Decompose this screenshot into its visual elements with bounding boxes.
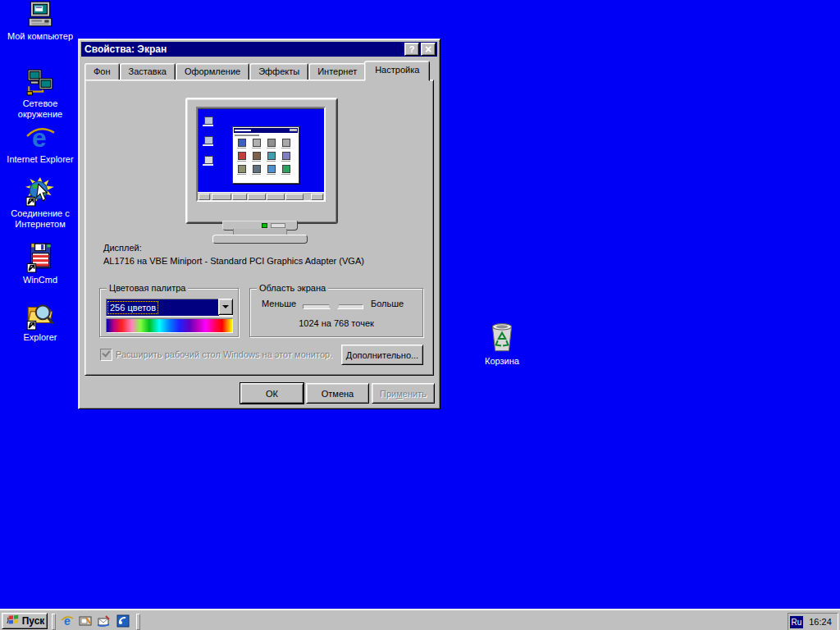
ok-button[interactable]: ОК [240,383,304,404]
advanced-button[interactable]: Дополнительно... [341,345,423,365]
tab-appearance[interactable]: Оформление [176,63,249,80]
start-button[interactable]: Пуск [2,613,48,629]
toolbar-grip[interactable] [136,614,140,630]
wincmd-icon [2,242,79,273]
desktop: Мой компьютер Сетевое окружение e Intern… [0,0,840,630]
internet-explorer-icon: e [2,123,79,153]
monitor-preview-taskbar [198,192,324,200]
cancel-button[interactable]: Отмена [306,383,369,404]
color-palette-combobox[interactable]: 256 цветов [106,299,233,317]
desktop-icon-explorer[interactable]: Explorer [2,299,79,343]
combobox-selected-value: 256 цветов [107,299,219,316]
monitor-power-led [262,223,267,228]
my-computer-icon [2,0,79,30]
desktop-icon-connect-internet[interactable]: Соединение с Интернетом [2,177,79,230]
quicklaunch-show-desktop[interactable] [79,614,92,628]
recycle-bin-icon [466,322,538,354]
help-icon: ? [409,44,415,54]
quicklaunch-outlook-express[interactable] [97,614,110,628]
slider-more-label: Больше [371,299,404,308]
desktop-icon-label: Internet Explorer [2,154,79,165]
help-button[interactable]: ? [404,43,419,56]
desktop-icon-label: Мой компьютер [2,31,79,42]
desktop-icon-label: Соединение с Интернетом [2,208,79,230]
tab-settings[interactable]: Настройка [364,61,430,81]
quicklaunch-internet-explorer[interactable]: e [61,614,74,628]
apply-button: Применить [372,383,435,404]
close-icon: × [425,44,431,54]
color-palette-preview-strip [106,318,233,333]
explorer-icon [2,299,79,331]
dialog-title: Свойства: Экран [81,43,167,55]
taskbar-clock[interactable]: 16:24 [803,617,838,627]
desktop-icon-label: Корзина [466,356,538,367]
display-adapter-value: AL1716 на VBE Miniport - Standard PCI Gr… [103,256,364,266]
monitor-preview-window [232,126,299,184]
screen-area-group: Область экрана Меньше Больше 1024 на 768… [249,288,423,337]
internet-explorer-icon: e [61,619,74,629]
tab-screensaver[interactable]: Заставка [120,63,176,80]
extend-desktop-label: Расширить рабочий стол Windows на этот м… [116,349,332,359]
close-button[interactable]: × [421,43,436,56]
monitor-preview [185,98,338,224]
tab-web[interactable]: Интернет [308,63,366,80]
windows-logo-icon [7,614,20,628]
desktop-icon-wincmd[interactable]: WinCmd [2,242,79,285]
desktop-icon-internet-explorer[interactable]: e Internet Explorer [2,123,79,165]
quicklaunch-view-channels[interactable] [116,614,130,628]
tab-effects[interactable]: Эффекты [249,63,308,80]
desktop-icon-label: Explorer [2,332,79,343]
desktop-icon-label: WinCmd [2,275,79,285]
resolution-value: 1024 на 768 точек [250,318,422,328]
display-label: Дисплей: [103,243,142,253]
desktop-icon-recycle-bin[interactable]: Корзина [466,322,538,367]
taskbar: Пуск e [0,609,840,630]
outlook-express-icon [97,619,110,629]
desktop-icon-my-computer[interactable]: Мой компьютер [2,0,79,42]
monitor-power-button [271,223,285,228]
language-indicator[interactable]: Ru [790,616,803,628]
start-label: Пуск [22,615,45,627]
show-desktop-icon [79,619,92,629]
connect-internet-icon [2,177,79,207]
combobox-dropdown-button[interactable] [218,299,233,315]
checkmark-icon [102,349,110,358]
monitor-preview-base [212,235,308,244]
slider-less-label: Меньше [262,299,296,308]
display-properties-dialog: Свойства: Экран ? × Фон Заставка Оформле… [78,39,441,409]
tab-background[interactable]: Фон [84,63,120,80]
dialog-titlebar[interactable]: Свойства: Экран ? × [81,42,437,57]
desktop-icon-label: Сетевое окружение [2,98,79,120]
svg-text:e: e [32,123,47,153]
monitor-preview-screen [196,107,326,202]
desktop-icon-network[interactable]: Сетевое окружение [2,67,79,120]
extend-desktop-checkbox [100,349,112,361]
network-neighborhood-icon [2,67,79,97]
screen-area-group-title: Область экрана [257,283,328,293]
view-channels-icon [116,619,130,629]
toolbar-grip[interactable] [52,614,56,630]
chevron-down-icon [222,305,229,308]
tab-strip: Фон Заставка Оформление Эффекты Интернет… [84,62,428,80]
system-tray: Ru 16:24 [788,613,838,630]
color-palette-group-title: Цветовая палитра [107,283,188,293]
